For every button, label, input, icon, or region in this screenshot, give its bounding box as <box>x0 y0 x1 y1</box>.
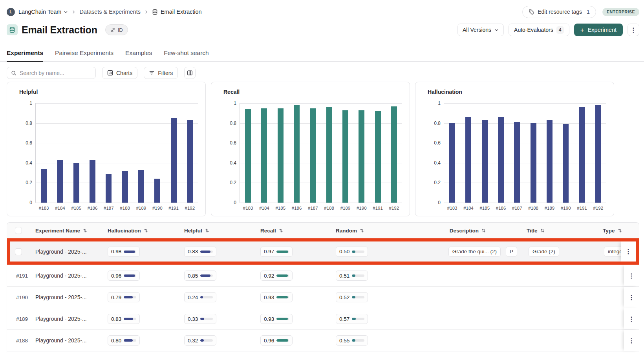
bar-#191 <box>171 118 177 203</box>
bar-#189 <box>342 110 348 203</box>
hallucination-bar-chart: 00.20.40.60.81#183#184#185#186#187#188#1… <box>444 103 606 203</box>
charts-button[interactable]: Charts <box>102 67 137 79</box>
table-row-189[interactable]: #189Playground - 2025-...0.830.330.930.5… <box>7 308 639 330</box>
score-bar-fill <box>276 339 288 342</box>
row-kebab-icon[interactable]: ⋮ <box>628 337 635 344</box>
score-value: 0.85 <box>188 273 198 279</box>
score-bar-fill <box>352 339 355 342</box>
select-all-checkbox[interactable] <box>15 227 22 234</box>
experiment-name[interactable]: Playground - 2025-... <box>35 273 87 279</box>
y-tick-label: 0.6 <box>221 140 236 146</box>
score-bar-track <box>124 274 136 277</box>
row-kebab-icon[interactable]: ⋮ <box>628 294 635 301</box>
bar-#187 <box>106 174 112 203</box>
x-tick-label: #183 <box>443 206 461 210</box>
y-tick-label: 0.8 <box>221 121 236 126</box>
bar-#187 <box>514 122 520 203</box>
row-index: #190 <box>16 294 28 300</box>
tab-pairwise-experiments[interactable]: Pairwise Experiments <box>55 44 113 62</box>
copy-id-button[interactable]: ID <box>105 24 128 35</box>
tab-few-shot-search[interactable]: Few-shot search <box>164 44 209 62</box>
org-avatar[interactable]: L <box>7 8 15 16</box>
row-kebab-icon[interactable]: ⋮ <box>628 315 635 323</box>
column-header-hallucination[interactable]: Hallucination <box>108 227 148 233</box>
columns-icon <box>187 70 193 76</box>
bar-#185 <box>73 163 79 203</box>
edit-resource-tags-button[interactable]: Edit resource tags 1 <box>522 6 596 18</box>
hallucination-score-pill: 0.83 <box>108 314 140 324</box>
recall-score-pill: 0.97 <box>260 247 293 257</box>
row-kebab-icon[interactable]: ⋮ <box>625 248 631 255</box>
search-icon <box>11 70 16 76</box>
column-header-random[interactable]: Random <box>336 227 364 233</box>
row-checkbox[interactable] <box>15 248 22 255</box>
chevron-down-icon[interactable] <box>64 10 68 14</box>
versions-dropdown[interactable]: All Versions <box>457 24 504 36</box>
x-tick-label: #190 <box>557 206 575 210</box>
column-header-experiment-name[interactable]: Experiment Name <box>35 227 87 233</box>
table-row-188[interactable]: #188Playground - 2025-...0.800.320.960.5… <box>7 330 639 351</box>
bar-#190 <box>359 110 364 203</box>
filters-button[interactable]: Filters <box>144 67 178 79</box>
gridline <box>36 203 198 203</box>
score-bar-track <box>124 318 136 320</box>
tab-examples[interactable]: Examples <box>125 44 152 62</box>
bar-#183 <box>449 123 455 203</box>
sort-icon <box>540 228 545 233</box>
recall-score-pill: 0.93 <box>260 314 293 324</box>
x-tick-label: #186 <box>288 206 306 210</box>
bar-#183 <box>41 169 47 203</box>
breadcrumb-team[interactable]: LangChain Team <box>18 9 61 15</box>
title-chip: Grade (2) <box>529 247 559 257</box>
pinned-actions-cell: ⋮ <box>624 330 639 351</box>
recall-score-pill: 0.93 <box>260 292 293 302</box>
chart-card-helpful: Helpful 00.20.40.60.81#183#184#185#186#1… <box>7 82 206 216</box>
plan-badge: ENTERPRISE <box>602 8 639 16</box>
column-header-recall[interactable]: Recall <box>260 227 283 233</box>
sort-icon <box>82 228 87 233</box>
x-tick-label: #192 <box>181 206 199 210</box>
experiment-name[interactable]: Playground - 2025-... <box>35 294 87 300</box>
random-score-pill: 0.52 <box>336 292 368 302</box>
score-bar-fill <box>200 339 204 342</box>
pinned-actions-cell: ⋮ <box>624 265 639 286</box>
row-kebab-icon[interactable]: ⋮ <box>628 272 635 280</box>
more-actions-button[interactable]: ⋮ <box>628 24 639 36</box>
y-axis-line <box>444 103 444 203</box>
columns-button[interactable] <box>184 67 196 79</box>
score-value: 0.98 <box>111 249 121 254</box>
sort-icon <box>204 228 209 233</box>
top-bar: L LangChain Team Datasets & Experiments … <box>7 5 639 18</box>
auto-evaluators-button[interactable]: Auto-Evaluators 4 <box>509 24 569 36</box>
x-tick-label: #189 <box>540 206 558 210</box>
bar-#183 <box>245 109 251 203</box>
score-bar-fill <box>124 274 135 277</box>
score-value: 0.97 <box>264 249 274 254</box>
score-bar-track <box>276 318 289 320</box>
edit-resource-tags-count: 1 <box>587 9 590 15</box>
score-bar-fill <box>352 251 355 253</box>
bar-#192 <box>187 120 193 203</box>
x-tick-label: #184 <box>51 206 69 210</box>
score-value: 0.96 <box>111 273 121 279</box>
breadcrumb-section[interactable]: Datasets & Experiments <box>79 9 141 15</box>
sort-icon <box>481 228 486 233</box>
tab-experiments[interactable]: Experiments <box>7 44 43 62</box>
column-header-helpful[interactable]: Helpful <box>184 227 209 233</box>
row-index: #189 <box>16 316 28 322</box>
experiment-name[interactable]: Playground - 2025-... <box>35 337 87 344</box>
search-input[interactable] <box>20 70 91 76</box>
new-experiment-button[interactable]: + Experiment <box>574 24 623 36</box>
column-header-title[interactable]: Title <box>527 227 545 233</box>
score-value: 0.83 <box>188 249 198 254</box>
column-header-type[interactable]: Type <box>603 227 622 233</box>
column-header-description[interactable]: Description <box>450 227 486 233</box>
table-row-190[interactable]: #190Playground - 2025-...0.790.240.930.5… <box>7 287 639 308</box>
x-tick-label: #187 <box>100 206 118 210</box>
breadcrumb-page: Email Extraction <box>161 9 202 15</box>
score-bar-fill <box>352 318 356 320</box>
experiment-name[interactable]: Playground - 2025-... <box>35 249 87 255</box>
table-row-191[interactable]: #191Playground - 2025-...0.960.850.920.5… <box>7 265 639 287</box>
table-row-highlighted[interactable]: Playground - 2025-...0.980.830.970.50Gra… <box>7 238 639 265</box>
experiment-name[interactable]: Playground - 2025-... <box>35 316 87 322</box>
